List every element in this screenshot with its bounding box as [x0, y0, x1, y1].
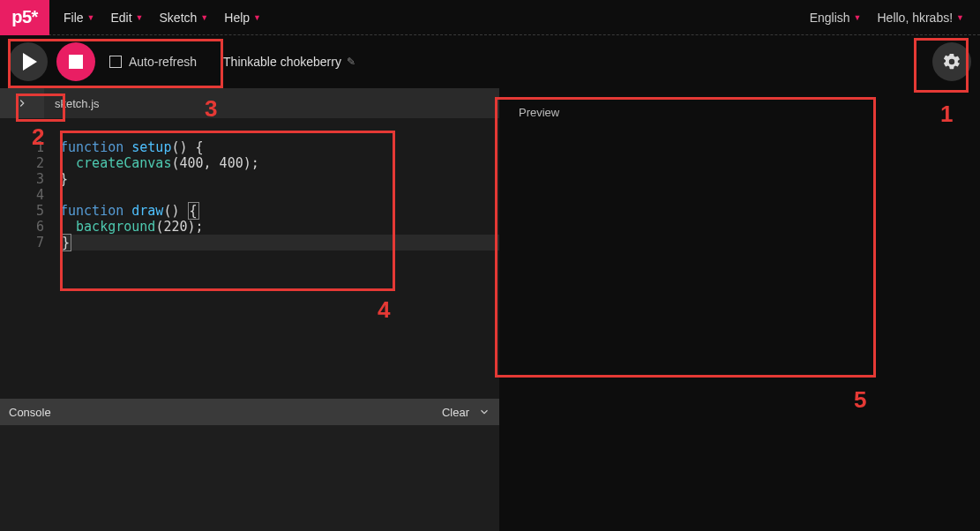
- annotation-label-1: 1: [940, 101, 953, 128]
- auto-refresh-toggle[interactable]: Auto-refresh: [109, 55, 197, 69]
- code-editor[interactable]: 1 2 3 4 5 6 7 function setup() { createC…: [0, 118, 499, 399]
- menu-file[interactable]: File ▼: [64, 11, 94, 25]
- play-icon: [23, 53, 37, 71]
- code-line: createCanvas(400, 400);: [60, 155, 499, 171]
- user-greeting: Hello, hkrabs!: [877, 11, 953, 25]
- logo[interactable]: p5*: [0, 0, 49, 35]
- dropdown-icon: ▼: [87, 13, 95, 22]
- right-menu: English ▼ Hello, hkrabs! ▼: [810, 11, 964, 25]
- dropdown-icon: ▼: [956, 13, 964, 22]
- play-button[interactable]: [9, 42, 48, 81]
- preview-label: Preview: [506, 99, 572, 126]
- sketch-name[interactable]: Thinkable chokeberry ✎: [223, 55, 355, 69]
- line-number: 3: [0, 171, 44, 187]
- stop-icon: [69, 55, 83, 69]
- menu-file-label: File: [64, 11, 84, 25]
- main-area: sketch.js 1 2 3 4 5 6 7 function setup()…: [0, 88, 980, 531]
- top-bar: p5* File ▼ Edit ▼ Sketch ▼ Help ▼ Englis…: [0, 0, 980, 35]
- toolbar: Auto-refresh Thinkable chokeberry ✎: [0, 35, 980, 88]
- editor-pane: sketch.js 1 2 3 4 5 6 7 function setup()…: [0, 88, 499, 531]
- annotation-label-3: 3: [205, 95, 217, 123]
- dropdown-icon: ▼: [136, 13, 144, 22]
- sketch-name-text: Thinkable chokeberry: [223, 55, 341, 69]
- sidebar-expand-button[interactable]: [0, 88, 44, 118]
- user-menu[interactable]: Hello, hkrabs! ▼: [877, 11, 964, 25]
- auto-refresh-label: Auto-refresh: [129, 55, 197, 69]
- code-line: }: [60, 235, 499, 251]
- code-area[interactable]: function setup() { createCanvas(400, 400…: [51, 139, 499, 399]
- code-line: [60, 187, 499, 203]
- line-number: 6: [0, 219, 44, 235]
- language-label: English: [810, 11, 850, 25]
- console-header: Console Clear: [0, 399, 499, 425]
- auto-refresh-checkbox[interactable]: [109, 56, 122, 68]
- chevron-right-icon: [16, 97, 28, 109]
- code-line: function draw() {: [60, 203, 499, 219]
- line-gutter: 1 2 3 4 5 6 7: [0, 139, 51, 399]
- code-line: }: [60, 171, 499, 187]
- dropdown-icon: ▼: [854, 13, 862, 22]
- annotation-label-4: 4: [378, 296, 390, 324]
- menu-help-label: Help: [224, 11, 250, 25]
- main-menu: File ▼ Edit ▼ Sketch ▼ Help ▼: [64, 11, 261, 25]
- gear-icon: [942, 52, 961, 71]
- annotation-label-5: 5: [854, 386, 866, 414]
- menu-edit-label: Edit: [110, 11, 131, 25]
- code-line: function setup() {: [60, 139, 499, 155]
- console-clear-button[interactable]: Clear: [442, 406, 469, 419]
- console-title: Console: [9, 406, 51, 419]
- line-number: 4: [0, 187, 44, 203]
- console-body[interactable]: [0, 425, 499, 531]
- line-number: 7: [0, 235, 44, 251]
- menu-edit[interactable]: Edit ▼: [110, 11, 143, 25]
- file-header: sketch.js: [0, 88, 499, 118]
- preview-pane: Preview: [499, 88, 980, 531]
- chevron-down-icon[interactable]: [478, 406, 490, 418]
- menu-sketch-label: Sketch: [160, 11, 198, 25]
- menu-help[interactable]: Help ▼: [224, 11, 261, 25]
- dropdown-icon: ▼: [200, 13, 208, 22]
- stop-button[interactable]: [56, 42, 95, 81]
- language-selector[interactable]: English ▼: [810, 11, 862, 25]
- file-tab[interactable]: sketch.js: [44, 97, 110, 110]
- annotation-label-2: 2: [32, 123, 44, 151]
- settings-button[interactable]: [932, 42, 971, 81]
- line-number: 5: [0, 203, 44, 219]
- code-line: background(220);: [60, 219, 499, 235]
- line-number: 2: [0, 155, 44, 171]
- dropdown-icon: ▼: [253, 13, 261, 22]
- edit-icon[interactable]: ✎: [347, 56, 355, 68]
- menu-sketch[interactable]: Sketch ▼: [160, 11, 209, 25]
